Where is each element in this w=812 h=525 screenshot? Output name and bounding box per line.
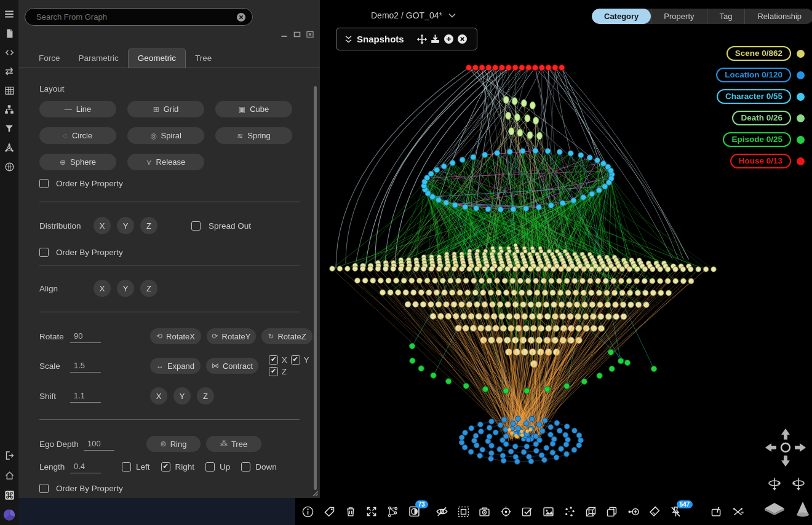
filter-icon[interactable] [2, 122, 16, 135]
episode-badge[interactable]: Episode 0/25 [723, 132, 791, 147]
tab-tag[interactable]: Tag [707, 9, 745, 24]
rotate-z-button[interactable]: ↻RotateZ [261, 328, 312, 344]
table-icon[interactable] [2, 84, 16, 97]
distribution-z-button[interactable]: Z [140, 217, 157, 234]
globe-icon[interactable] [2, 160, 16, 173]
tab-relationship[interactable]: Relationship [744, 9, 812, 24]
spring-layout-button[interactable]: ≋Spring [215, 127, 292, 144]
length-value-input[interactable]: 0.4 [70, 460, 101, 473]
character-badge[interactable]: Character 0/55 [717, 89, 791, 104]
code-icon[interactable] [2, 45, 16, 59]
delete-icon[interactable] [344, 505, 357, 518]
ring-button[interactable]: ⊚Ring [146, 436, 201, 452]
death-badge[interactable]: Death 0/26 [732, 111, 791, 125]
orbit-left-icon[interactable] [766, 476, 782, 492]
search-input[interactable] [35, 12, 236, 22]
search-clear-icon[interactable] [236, 12, 246, 22]
grid-layout-button[interactable]: ⊞Grid [127, 101, 204, 117]
rotate-value-input[interactable]: 90 [70, 330, 101, 343]
save-icon[interactable] [429, 33, 442, 45]
cube-layout-button[interactable]: ▣Cube [215, 101, 292, 117]
panel-resize-grip[interactable] [312, 491, 319, 497]
shift-y-button[interactable]: Y [173, 387, 191, 405]
logout-icon[interactable] [2, 449, 16, 462]
expand-button[interactable]: ↔Expand [150, 358, 201, 374]
add-icon[interactable] [442, 33, 456, 45]
maximize-icon[interactable] [293, 31, 301, 38]
scale-value-input[interactable]: 1.5 [70, 360, 101, 373]
multi-select-icon[interactable] [520, 505, 533, 518]
distribution-y-button[interactable]: Y [117, 217, 134, 234]
line-layout-button[interactable]: ―Line [39, 101, 116, 117]
split-edges-icon[interactable] [731, 505, 744, 518]
spread-out-checkbox[interactable] [191, 221, 201, 231]
image-icon[interactable] [542, 505, 555, 518]
orbit-right-icon[interactable] [790, 476, 806, 492]
down-checkbox[interactable] [241, 462, 250, 472]
scale-x-checkbox[interactable] [269, 355, 278, 365]
swap-arrows-icon[interactable] [2, 65, 16, 78]
expand-icon[interactable] [365, 505, 378, 518]
shift-x-button[interactable]: X [150, 387, 167, 405]
appearance-icon[interactable]: 73 [408, 505, 421, 518]
app-logo[interactable] [2, 508, 16, 521]
shift-z-button[interactable]: Z [197, 387, 214, 405]
align-x-button[interactable]: X [94, 280, 111, 297]
tree-button[interactable]: ⁂Tree [206, 436, 261, 452]
rotate-y-button[interactable]: ⟳RotateY [207, 328, 256, 344]
scale-y-checkbox[interactable] [291, 355, 300, 365]
disperse-icon[interactable] [563, 505, 576, 518]
align-y-button[interactable]: Y [117, 280, 134, 297]
up-checkbox[interactable] [205, 462, 215, 472]
add-relation-icon[interactable] [627, 505, 640, 518]
spiral-layout-button[interactable]: ◎Spiral [127, 127, 204, 144]
camera-icon[interactable] [478, 505, 491, 518]
annotate-icon[interactable] [710, 505, 723, 518]
hide-icon[interactable] [436, 505, 448, 518]
distribution-x-button[interactable]: X [94, 217, 111, 234]
contract-button[interactable]: ⋈Contract [206, 358, 258, 374]
align-z-button[interactable]: Z [140, 280, 157, 297]
tab-geometric[interactable]: Geometric [128, 49, 186, 68]
close-icon[interactable] [306, 31, 314, 38]
view-cone-controls[interactable] [763, 499, 812, 520]
sitemap-icon[interactable] [2, 103, 16, 116]
rotate-x-button[interactable]: ⟲RotateX [150, 328, 201, 344]
locate-icon[interactable] [500, 505, 512, 518]
select-area-icon[interactable] [457, 505, 470, 518]
menu-icon[interactable] [2, 7, 16, 21]
order-by-property-checkbox[interactable] [39, 248, 49, 257]
project-selector[interactable]: Demo2 / GOT_04* [371, 10, 456, 20]
sphere-layout-button[interactable]: ⊕Sphere [39, 154, 116, 170]
tab-category[interactable]: Category [592, 9, 651, 24]
home-icon[interactable] [2, 468, 16, 482]
command-icon[interactable] [2, 488, 16, 502]
collapse-icon[interactable] [344, 34, 353, 44]
scene-badge[interactable]: Scene 0/862 [726, 46, 791, 61]
order-by-property-checkbox[interactable] [39, 484, 49, 493]
minimize-icon[interactable] [281, 31, 288, 38]
close-icon[interactable] [456, 33, 469, 45]
tab-property[interactable]: Property [651, 9, 706, 24]
tag-icon[interactable] [323, 505, 336, 518]
location-badge[interactable]: Location 0/120 [716, 68, 791, 82]
shift-value-input[interactable]: 1.1 [70, 390, 101, 403]
tab-tree[interactable]: Tree [186, 49, 221, 68]
brush-icon[interactable] [648, 505, 661, 518]
right-checkbox[interactable] [161, 462, 170, 472]
network-icon[interactable] [386, 505, 399, 518]
panel-scrollbar[interactable] [314, 86, 317, 490]
info-icon[interactable] [301, 505, 314, 518]
file-icon[interactable] [2, 26, 16, 40]
tab-force[interactable]: Force [30, 49, 70, 68]
bounding-box-icon[interactable] [584, 505, 597, 518]
circle-layout-button[interactable]: ◌Circle [39, 127, 116, 144]
house-badge[interactable]: House 0/13 [730, 154, 791, 168]
tab-parametric[interactable]: Parametric [70, 49, 128, 68]
order-by-property-checkbox[interactable] [39, 179, 49, 188]
scale-z-checkbox[interactable] [269, 367, 278, 376]
triangle-network-icon[interactable] [2, 141, 16, 154]
duplicate-icon[interactable] [605, 505, 618, 518]
unpin-icon[interactable]: 547 [669, 505, 682, 518]
left-checkbox[interactable] [122, 462, 131, 472]
